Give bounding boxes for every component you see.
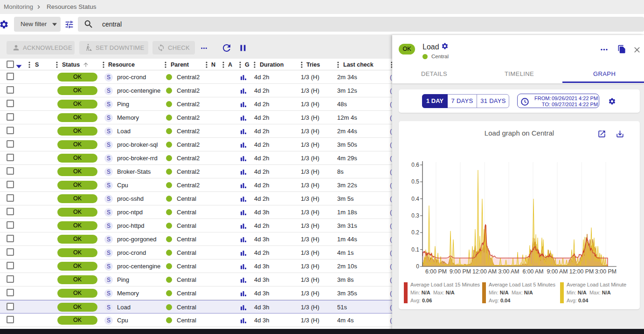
svg-text:3:00 AM: 3:00 AM — [498, 268, 519, 275]
svg-text:9:00 PM: 9:00 PM — [450, 268, 471, 275]
svg-text:3:00 PM: 3:00 PM — [595, 268, 616, 275]
svg-text:0.4: 0.4 — [411, 196, 419, 202]
svg-text:12:00 AM: 12:00 AM — [472, 268, 497, 275]
svg-text:6:00 PM: 6:00 PM — [425, 268, 447, 275]
svg-text:12:00 PM: 12:00 PM — [569, 268, 594, 275]
svg-text:9:00 AM: 9:00 AM — [547, 268, 568, 275]
svg-text:0.6: 0.6 — [411, 162, 419, 168]
svg-text:0: 0 — [416, 263, 419, 270]
svg-text:0.2: 0.2 — [411, 229, 419, 236]
svg-text:0.1: 0.1 — [411, 246, 419, 253]
svg-text:6:00 AM: 6:00 AM — [522, 268, 543, 275]
svg-text:0.3: 0.3 — [411, 212, 419, 219]
svg-text:0.5: 0.5 — [411, 178, 419, 185]
